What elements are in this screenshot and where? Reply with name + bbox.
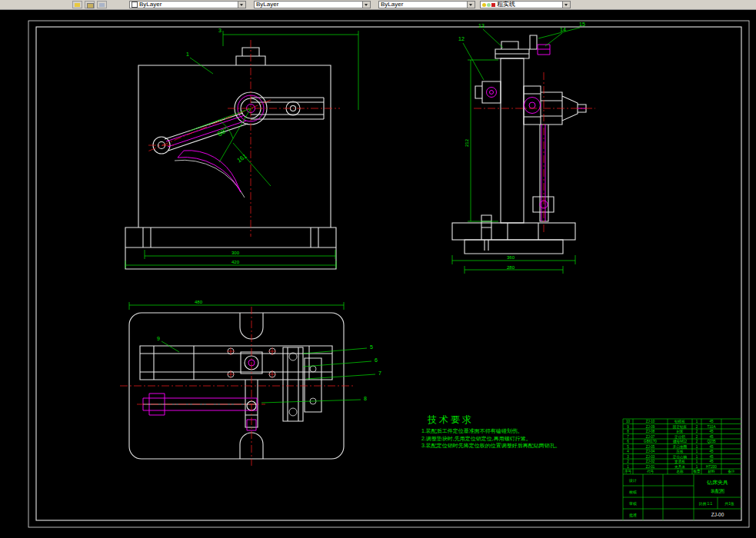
part-no: 9 xyxy=(627,425,629,429)
part-mat: HT200 xyxy=(706,465,717,469)
part-no: 5 xyxy=(627,445,629,449)
tech-requirements[interactable]: 技术要求 1.装配后工件定位基准面不得有磕碰划伤。 2.调整垫块时,先用定位销定… xyxy=(421,414,561,449)
dim-top-width[interactable]: 480 xyxy=(195,300,203,304)
dim-base-inner[interactable]: 300 xyxy=(231,251,240,255)
part-code: ZJ-10 xyxy=(646,420,655,423)
signature-cells[interactable]: 设计 校核 审核 批准 xyxy=(628,478,637,518)
cad-app-window: ByLayer ByLayer ByLayer 粗实线 xyxy=(0,0,756,538)
title-block[interactable]: 10ZJ-10钻模板145 9ZJ-09固定钻套2T10A 8ZJ-08衬套24… xyxy=(623,419,741,520)
part-qty: 2 xyxy=(696,440,698,443)
part-name: 压板 xyxy=(675,450,684,453)
dim-side-base[interactable]: 360 xyxy=(507,255,515,260)
color-dropdown-arrow[interactable] xyxy=(238,2,245,8)
part-mat: 45 xyxy=(709,450,714,453)
lineweight-control[interactable]: ByLayer xyxy=(378,1,475,8)
drawing-sheets[interactable]: 共1张 xyxy=(724,502,734,506)
parts-header-code: 代号 xyxy=(647,470,654,473)
parts-header-mat: 材料 xyxy=(707,470,715,474)
lineweight-value: ByLayer xyxy=(381,2,403,8)
layer-dropdown-arrow[interactable] xyxy=(562,2,570,8)
side-view[interactable]: 360 280 212 12 13 14 15 xyxy=(452,22,595,274)
toolbar-icon-group xyxy=(72,1,107,8)
linetype-dropdown-arrow[interactable] xyxy=(362,2,370,8)
balloon-8[interactable]: 8 xyxy=(364,396,367,401)
dim-radius[interactable]: 161 xyxy=(236,152,249,164)
part-mat: 45 xyxy=(709,420,714,423)
part-qty: 1 xyxy=(696,420,698,423)
layer-value: 粗实线 xyxy=(497,2,515,8)
balloon-12[interactable]: 12 xyxy=(458,36,465,42)
make-layer-current-icon[interactable] xyxy=(72,1,82,8)
sign-label: 设计 xyxy=(628,478,637,483)
part-qty: 2 xyxy=(696,435,698,439)
part-mat: Q235 xyxy=(707,440,716,443)
part-no: 7 xyxy=(627,435,629,439)
part-code: ZJ-07 xyxy=(646,435,655,439)
tech-req-title[interactable]: 技术要求 xyxy=(427,414,474,425)
balloon-3[interactable]: 3 xyxy=(218,28,221,33)
part-mat: 45 xyxy=(709,430,714,433)
part-code: ZJ-08 xyxy=(646,430,655,433)
balloon-15[interactable]: 15 xyxy=(579,22,585,27)
part-name: 固定钻套 xyxy=(673,424,688,430)
part-name: 开口垫圈 xyxy=(673,445,688,450)
part-no: 4 xyxy=(627,450,629,453)
sign-label: 批准 xyxy=(629,513,637,518)
object-properties-toolbar: ByLayer ByLayer ByLayer 粗实线 xyxy=(0,0,756,10)
drawing-scale[interactable]: 比例 1:1 xyxy=(699,502,713,506)
part-name: 螺母M12 xyxy=(673,439,688,444)
parts-header-no: 序号 xyxy=(624,470,632,473)
tech-req-item[interactable]: 3.装配定位销时先将定位板的位置调整好后再配钻两销孔。 xyxy=(421,443,561,449)
layer-control[interactable]: 粗实线 xyxy=(480,1,571,8)
part-qty: 2 xyxy=(696,430,698,433)
layer-color-chip xyxy=(491,3,495,7)
color-swatch xyxy=(132,2,138,8)
part-qty: 2 xyxy=(696,425,698,429)
sign-label: 审核 xyxy=(629,501,637,506)
part-mat: T10A xyxy=(708,425,717,429)
part-code: ZJ-09 xyxy=(646,425,655,429)
part-mat: 45 xyxy=(709,435,714,439)
layer-manager-icon[interactable] xyxy=(97,1,107,8)
drawing-number[interactable]: ZJ-00 xyxy=(711,512,724,517)
tech-req-item[interactable]: 2.调整垫块时,先用定位销定位,再用螺钉拧紧。 xyxy=(421,436,531,442)
drawing-subtitle[interactable]: 装配图 xyxy=(711,489,724,494)
part-no: 8 xyxy=(627,430,629,433)
drawing-border xyxy=(28,21,749,527)
dim-side-base-inner[interactable]: 280 xyxy=(507,265,515,270)
layer-on-icon xyxy=(482,3,486,7)
balloon-7[interactable]: 7 xyxy=(378,370,381,376)
drawing-title[interactable]: 钻床夹具 xyxy=(706,480,728,486)
part-no: 6 xyxy=(627,440,629,443)
front-view[interactable]: 68° 161 1 3 300 420 xyxy=(125,28,358,269)
part-mat: 45 xyxy=(709,460,714,463)
linetype-control[interactable]: ByLayer xyxy=(254,1,371,8)
model-space[interactable]: 68° 161 1 3 300 420 360 280 212 12 13 14 xyxy=(0,0,756,538)
top-view[interactable]: 480 5 6 7 8 9 xyxy=(120,300,381,466)
linetype-value: ByLayer xyxy=(256,2,278,8)
lineweight-dropdown-arrow[interactable] xyxy=(467,2,475,8)
balloon-1[interactable]: 1 xyxy=(186,51,189,57)
parts-list[interactable]: 10ZJ-10钻模板145 9ZJ-09固定钻套2T10A 8ZJ-08衬套24… xyxy=(624,419,735,474)
tech-req-item[interactable]: 1.装配后工件定位基准面不得有磕碰划伤。 xyxy=(421,428,523,434)
dim-side-height[interactable]: 212 xyxy=(465,138,469,147)
balloon-5[interactable]: 5 xyxy=(370,344,373,350)
part-qty: 1 xyxy=(696,460,698,463)
part-code: GB6170 xyxy=(644,440,657,443)
layer-previous-icon[interactable] xyxy=(85,1,95,8)
sign-label: 校核 xyxy=(628,490,637,494)
balloon-14[interactable]: 14 xyxy=(560,27,566,32)
dim-base-outer[interactable]: 420 xyxy=(231,260,240,264)
part-code: ZJ-03 xyxy=(646,455,655,459)
part-qty: 1 xyxy=(696,445,698,449)
color-control[interactable]: ByLayer xyxy=(129,1,246,8)
balloon-9[interactable]: 9 xyxy=(157,336,160,341)
balloon-13[interactable]: 13 xyxy=(478,23,485,28)
part-code: ZJ-01 xyxy=(646,465,655,469)
drawing-canvas[interactable]: 68° 161 1 3 300 420 360 280 212 12 13 14 xyxy=(0,0,756,538)
part-qty: 1 xyxy=(696,455,698,459)
part-no: 2 xyxy=(627,460,629,463)
part-name: 衬套 xyxy=(676,430,684,434)
balloon-6[interactable]: 6 xyxy=(375,357,378,363)
part-name: 定位心轴 xyxy=(673,455,688,460)
